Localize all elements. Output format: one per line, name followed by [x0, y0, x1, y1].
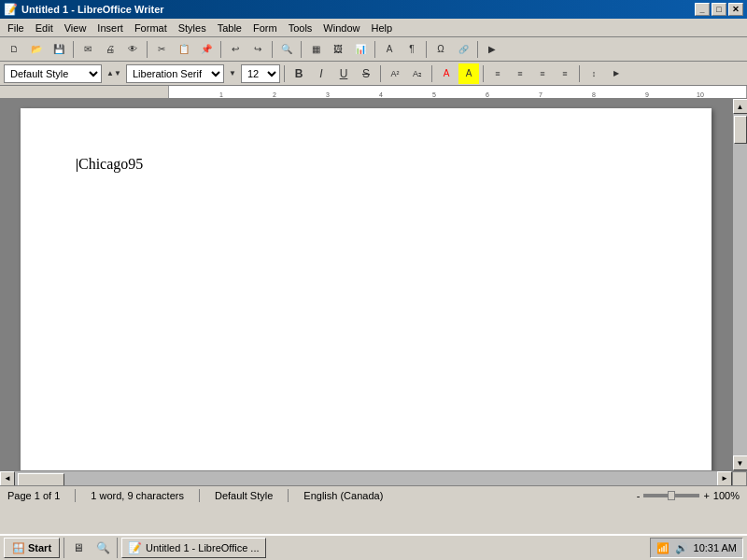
zoom-out-icon[interactable]: - — [637, 490, 641, 501]
ruler: 1 2 3 4 5 6 7 8 9 10 11 — [0, 86, 747, 99]
vertical-scrollbar[interactable]: ▲ ▼ — [732, 99, 747, 470]
undo-button[interactable]: ↩ — [225, 39, 246, 60]
find-button[interactable]: 🔍 — [276, 39, 297, 60]
page-container[interactable]: Chicago95 — [0, 99, 732, 470]
align-left-button[interactable]: ≡ — [487, 63, 508, 84]
scroll-thumb[interactable] — [734, 116, 747, 144]
menu-table[interactable]: Table — [212, 21, 247, 35]
network-icon: 📶 — [656, 542, 669, 554]
scroll-right-button[interactable]: ► — [717, 471, 732, 486]
special-char-button[interactable]: Ω — [430, 39, 451, 60]
menu-form[interactable]: Form — [247, 21, 283, 35]
style-select[interactable]: Default Style — [4, 64, 102, 83]
print-button[interactable]: 🖨 — [100, 39, 120, 60]
image-button[interactable]: 🖼 — [328, 39, 348, 60]
scroll-up-button[interactable]: ▲ — [733, 99, 748, 114]
style-more-btn[interactable]: ▲▼ — [104, 63, 124, 84]
fmt-sep2 — [380, 65, 381, 82]
zoom-thumb[interactable] — [668, 491, 675, 500]
document-page[interactable]: Chicago95 — [21, 108, 712, 470]
italic-button[interactable]: I — [311, 63, 331, 84]
menu-view[interactable]: View — [59, 21, 92, 35]
maximize-button[interactable]: □ — [712, 3, 726, 16]
hyperlink-button[interactable]: 🔗 — [453, 39, 473, 60]
cut-button[interactable]: ✂ — [151, 39, 172, 60]
sep1 — [73, 41, 74, 58]
email-button[interactable]: ✉ — [78, 39, 98, 60]
scroll-down-button[interactable]: ▼ — [733, 455, 748, 470]
page-info: Page 1 of 1 — [7, 490, 60, 501]
sep3 — [220, 41, 221, 58]
doc-style: Default Style — [215, 490, 273, 501]
chart-button[interactable]: 📊 — [350, 39, 371, 60]
font-select[interactable]: Liberation Serif — [126, 64, 224, 83]
doc-language: English (Canada) — [303, 490, 383, 501]
copy-button[interactable]: 📋 — [174, 39, 194, 60]
menu-insert[interactable]: Insert — [92, 21, 129, 35]
horizontal-scrollbar[interactable]: ◄ ► — [0, 470, 747, 485]
table-button[interactable]: ▦ — [305, 39, 326, 60]
menu-styles[interactable]: Styles — [173, 21, 212, 35]
volume-icon: 🔊 — [675, 542, 688, 554]
fmt-sep5 — [579, 65, 580, 82]
main-area: Chicago95 ▲ ▼ ◄ ► — [0, 99, 747, 485]
start-button[interactable]: 🪟 Start — [4, 538, 60, 558]
save-button[interactable]: 💾 — [49, 39, 69, 60]
document-content[interactable]: Chicago95 — [77, 155, 655, 173]
taskbar-icon-1[interactable]: 🖥 — [68, 538, 89, 558]
ruler-left-margin — [0, 86, 84, 98]
menu-tools[interactable]: Tools — [283, 21, 318, 35]
status-sep3 — [288, 489, 289, 502]
app-icon: 📝 — [4, 3, 18, 16]
superscript-button[interactable]: A² — [385, 63, 405, 84]
bold-button[interactable]: B — [289, 63, 309, 84]
title-bar-controls[interactable]: _ □ ✕ — [695, 3, 743, 16]
font-more-btn[interactable]: ▼ — [226, 63, 239, 84]
highlight-button[interactable]: A — [458, 63, 479, 84]
zoom-in-icon[interactable]: + — [703, 490, 709, 501]
taskbar-task-libreoffice[interactable]: 📝 Untitled 1 - LibreOffice ... — [121, 538, 265, 558]
redo-button[interactable]: ↪ — [247, 39, 268, 60]
h-scroll-track[interactable] — [15, 471, 717, 486]
systray: 📶 🔊 10:31 AM — [650, 538, 743, 558]
taskbar-task-label: Untitled 1 - LibreOffice ... — [146, 542, 259, 553]
underline-button[interactable]: U — [333, 63, 354, 84]
h-scroll-thumb[interactable] — [18, 473, 64, 486]
font-color-button[interactable]: A — [436, 63, 457, 84]
menu-edit[interactable]: Edit — [30, 21, 59, 35]
sep5 — [301, 41, 302, 58]
preview-button[interactable]: 👁 — [122, 39, 143, 60]
line-spacing-button[interactable]: ↕ — [584, 63, 604, 84]
corner-button — [732, 471, 747, 486]
new-button[interactable]: 🗋 — [4, 39, 24, 60]
nonprint-button[interactable]: ¶ — [402, 39, 422, 60]
menu-help[interactable]: Help — [365, 21, 398, 35]
menu-format[interactable]: Format — [129, 21, 173, 35]
zoom-area: - + 100% — [637, 490, 740, 501]
zoom-slider[interactable] — [643, 494, 699, 497]
open-button[interactable]: 📂 — [26, 39, 47, 60]
taskbar: 🪟 Start 🖥 🔍 📝 Untitled 1 - LibreOffice .… — [0, 534, 747, 560]
toolbar-more-button[interactable]: ▶ — [606, 63, 627, 84]
scroll-track[interactable] — [733, 114, 748, 455]
align-justify-button[interactable]: ≡ — [555, 63, 575, 84]
font-size-select[interactable]: 12 — [241, 64, 280, 83]
subscript-button[interactable]: A₂ — [407, 63, 428, 84]
align-center-button[interactable]: ≡ — [510, 63, 530, 84]
spellcheck-button[interactable]: A — [379, 39, 400, 60]
close-button[interactable]: ✕ — [728, 3, 743, 16]
more-button[interactable]: ▶ — [482, 39, 502, 60]
scroll-left-button[interactable]: ◄ — [0, 471, 15, 486]
title-bar-left: 📝 Untitled 1 - LibreOffice Writer — [4, 3, 164, 16]
paste-button[interactable]: 📌 — [196, 39, 217, 60]
menu-window[interactable]: Window — [317, 21, 365, 35]
fmt-sep4 — [483, 65, 484, 82]
strikethrough-button[interactable]: S — [356, 63, 376, 84]
menu-bar: File Edit View Insert Format Styles Tabl… — [0, 19, 747, 37]
taskbar-icon-2[interactable]: 🔍 — [92, 538, 113, 558]
align-right-button[interactable]: ≡ — [532, 63, 553, 84]
minimize-button[interactable]: _ — [695, 3, 710, 16]
menu-file[interactable]: File — [2, 21, 30, 35]
formatting-toolbar: Default Style ▲▼ Liberation Serif ▼ 12 B… — [0, 62, 747, 86]
status-sep1 — [75, 489, 76, 502]
